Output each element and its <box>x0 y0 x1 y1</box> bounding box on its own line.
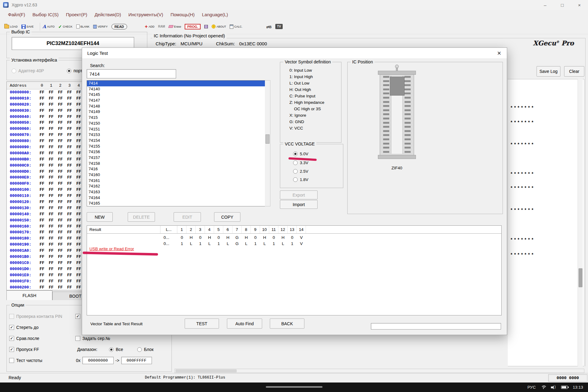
range-block-radio[interactable] <box>137 347 142 352</box>
range-from-input[interactable] <box>82 357 114 364</box>
vcc-1v8-radio[interactable] <box>293 177 298 182</box>
skip-ff-checkbox[interactable] <box>9 347 14 352</box>
erase-before-checkbox[interactable] <box>9 325 14 330</box>
vcc-2v5-row[interactable]: 2.5V <box>293 169 308 174</box>
menu-actions[interactable]: Действия(D) <box>91 12 125 17</box>
load-button[interactable]: LOAD <box>4 25 18 28</box>
tv-button[interactable]: TV <box>275 24 283 29</box>
calc-button[interactable]: CALC. <box>230 24 243 29</box>
chip-list-button[interactable] <box>204 25 208 28</box>
pin-check-row[interactable]: Проверка контакта PIN <box>9 314 62 319</box>
ic-list-scrollbar-thumb[interactable] <box>266 134 270 144</box>
menu-tools[interactable]: Инструменты(V) <box>125 12 167 17</box>
import-button[interactable]: Import <box>280 200 318 209</box>
ic-list-item[interactable]: 74154 <box>87 138 265 144</box>
clock[interactable]: 13:13 <box>573 385 583 390</box>
vcc-1v8-row[interactable]: 1.8V <box>293 177 308 182</box>
minimize-button[interactable]: – <box>537 0 554 10</box>
ram-button[interactable]: RAM <box>158 25 165 28</box>
ic-list-item[interactable]: 74160 <box>87 172 265 178</box>
ic-list-scrollbar[interactable] <box>265 80 270 206</box>
clean-test-row[interactable]: Тест чистоты <box>9 358 42 363</box>
wifi-icon[interactable] <box>541 385 546 389</box>
serial-number-button[interactable] <box>266 24 271 29</box>
ic-list-item[interactable]: 74149 <box>87 109 265 115</box>
back-button[interactable]: BACK <box>270 318 304 329</box>
vcc-2v5-radio[interactable] <box>293 169 298 174</box>
read-button[interactable]: READ <box>111 24 127 29</box>
edit-button[interactable]: EDIT <box>174 212 201 222</box>
ic-list-item[interactable]: 74150 <box>87 121 265 126</box>
ic-list-item[interactable]: 7415 <box>87 115 265 121</box>
menu-file[interactable]: Файл(F) <box>4 12 29 17</box>
horizontal-scrollbar-thumb[interactable] <box>175 369 237 372</box>
copy-button[interactable]: COPY <box>214 212 240 222</box>
port-radio[interactable] <box>67 69 71 73</box>
ic-list-item[interactable]: 74148 <box>87 104 265 109</box>
menu-language[interactable]: Language(L) <box>198 12 232 17</box>
vcc-5v-row[interactable]: 5.0V <box>293 152 308 156</box>
ic-list-item[interactable]: 74161 <box>87 178 265 184</box>
verify-button[interactable]: VERIFY <box>93 25 108 28</box>
vcc-5v-radio[interactable] <box>293 152 298 156</box>
search-input[interactable] <box>87 69 176 78</box>
clear-button[interactable]: Clear <box>564 66 584 77</box>
adapter-radio-row[interactable]: Адаптер 40P <box>12 68 44 73</box>
menu-help[interactable]: Помощь(H) <box>167 12 198 17</box>
vcc-3v3-row[interactable]: 3.3V <box>293 160 308 165</box>
ic-list-item[interactable]: 74153 <box>87 132 265 138</box>
tab-flash[interactable]: FLASH <box>6 290 52 300</box>
skip-ff-row[interactable]: Пропуск FF <box>9 347 39 352</box>
close-button[interactable]: × <box>571 0 588 10</box>
vcc-3v3-radio[interactable] <box>293 160 298 165</box>
ic-list-item[interactable]: 74147 <box>87 98 265 104</box>
erase-before-row[interactable]: Стереть до <box>9 325 39 330</box>
ic-list-item[interactable]: 74156 <box>87 149 265 155</box>
range-to-input[interactable] <box>121 357 152 364</box>
range-all-row[interactable]: Все <box>109 347 123 352</box>
range-block-row[interactable]: Блок <box>137 347 153 352</box>
verify-after-row[interactable]: Срав.после <box>9 336 39 341</box>
pin-check-checkbox[interactable] <box>9 314 14 319</box>
auto-find-button[interactable]: Auto Find <box>227 318 262 329</box>
verify-after-checkbox[interactable] <box>9 336 14 341</box>
save-log-button[interactable]: Save Log <box>537 66 560 77</box>
ic-list-item[interactable]: 74157 <box>87 155 265 161</box>
check-button[interactable]: CHECK <box>58 24 72 29</box>
taskbar-handle[interactable] <box>266 386 322 388</box>
about-button[interactable]: ABOUT <box>212 24 226 28</box>
ic-list-item[interactable]: 74162 <box>87 183 265 189</box>
extra-checkbox-row[interactable] <box>75 314 80 319</box>
speaker-icon[interactable] <box>551 386 556 389</box>
test-button[interactable]: TEST <box>185 318 219 329</box>
ic-list-item[interactable]: 74145 <box>87 92 265 98</box>
log-scrollbar-thumb[interactable] <box>579 268 582 287</box>
save-button[interactable]: SAVE <box>21 24 34 29</box>
battery-icon[interactable] <box>561 386 568 389</box>
ic-list-item[interactable]: 74163 <box>87 189 265 195</box>
set-serial-checkbox[interactable] <box>75 336 80 341</box>
delete-button[interactable]: DELETE <box>128 212 155 222</box>
range-all-radio[interactable] <box>109 347 114 352</box>
menu-project[interactable]: Проект(P) <box>62 12 91 17</box>
erase-button[interactable]: Erase <box>169 25 181 28</box>
dialog-close-button[interactable]: × <box>493 49 505 58</box>
set-serial-row[interactable]: Задать сер.№ <box>75 336 110 341</box>
ic-list-item[interactable]: 74165 <box>87 201 265 206</box>
clean-test-checkbox[interactable] <box>9 358 14 363</box>
log-scrollbar[interactable] <box>578 79 583 366</box>
auto-button[interactable]: AUTO <box>43 24 55 29</box>
ic-list-item[interactable]: 74164 <box>87 195 265 201</box>
blank-button[interactable]: BLANK <box>76 24 90 28</box>
ic-list-item[interactable]: 7416 <box>87 166 265 172</box>
maximize-button[interactable]: □ <box>554 0 571 10</box>
ic-list-item[interactable]: 74158 <box>87 161 265 167</box>
menu-select-ic[interactable]: Выбор IC(S) <box>29 12 62 17</box>
extra-checkbox[interactable] <box>75 314 80 319</box>
prog-button[interactable]: PROG. <box>185 24 200 29</box>
language-indicator[interactable]: РУС <box>527 385 536 390</box>
ic-list-item[interactable]: 74155 <box>87 144 265 149</box>
export-button[interactable]: Export <box>280 190 318 199</box>
horizontal-scrollbar[interactable] <box>175 369 584 373</box>
ic-list[interactable]: 7414741407414574147741487414974157415074… <box>87 80 265 206</box>
